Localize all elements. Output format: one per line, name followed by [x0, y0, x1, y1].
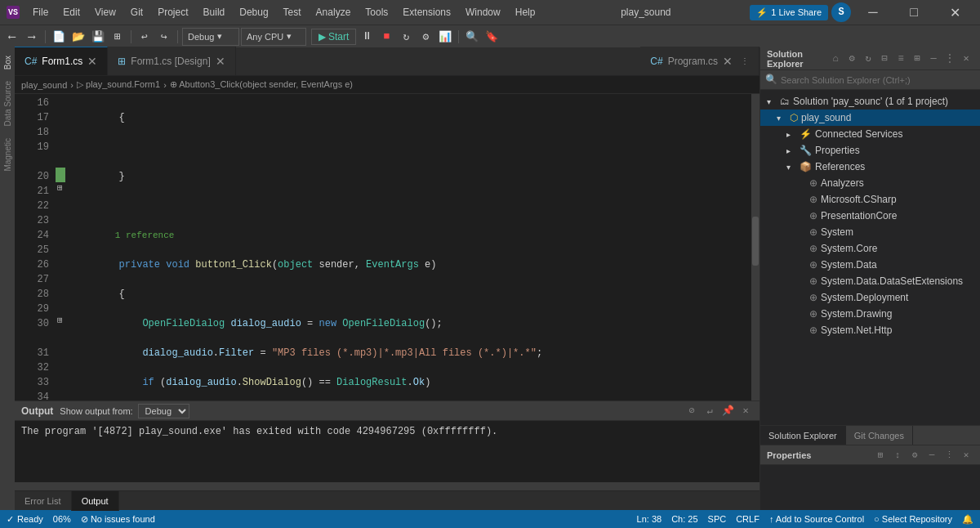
tree-item-system-data-ext[interactable]: ⊕ System.Data.DataSetExtensions — [760, 273, 980, 289]
tree-item-connected-services[interactable]: ▸ ⚡ Connected Services — [760, 126, 980, 142]
se-tab-solution-explorer[interactable]: Solution Explorer — [760, 426, 846, 445]
toolbar-open[interactable]: 📂 — [69, 28, 87, 46]
tree-item-solution[interactable]: ▾ 🗂 Solution 'pay_sounc' (1 of 1 project… — [760, 93, 980, 110]
status-ready[interactable]: ✓ Ready — [7, 514, 43, 525]
breadcrumb-method[interactable]: ⊕ Abutton3_Click(object sender, EventArg… — [170, 79, 353, 90]
status-add-source[interactable]: ↑ Add to Source Control — [769, 514, 864, 524]
breadcrumb-class[interactable]: ▷ play_sound.Form1 — [77, 79, 160, 90]
debug-config-dropdown[interactable]: Debug ▾ — [182, 28, 239, 46]
tab-form1-design-close[interactable]: ✕ — [216, 56, 225, 67]
tab-program-cs-menu[interactable]: ⋮ — [741, 56, 749, 65]
tree-item-system-deployment[interactable]: ⊕ System.Deployment — [760, 289, 980, 306]
toolbar-pause[interactable]: ⏸ — [358, 28, 376, 46]
cpu-dropdown[interactable]: Any CPU ▾ — [241, 28, 306, 46]
close-button[interactable]: ✕ — [936, 0, 973, 25]
menu-analyze[interactable]: Analyze — [310, 3, 358, 21]
tree-item-presentationcore[interactable]: ⊕ PresentationCore — [760, 208, 980, 224]
toolbar-attach[interactable]: ⚙ — [416, 28, 434, 46]
start-button[interactable]: ▶ Start — [311, 29, 356, 45]
menu-extensions[interactable]: Extensions — [396, 3, 457, 21]
menu-build[interactable]: Build — [197, 3, 232, 21]
toolbar-forward[interactable]: ⟶ — [23, 28, 41, 46]
status-spc[interactable]: SPC — [708, 514, 727, 524]
tree-item-project[interactable]: ▾ ⬡ play_sound — [760, 110, 980, 126]
toolbar-back[interactable]: ⟵ — [3, 28, 21, 46]
menu-view[interactable]: View — [88, 3, 122, 21]
tab-program-cs-close[interactable]: ✕ — [723, 56, 733, 67]
tree-item-system-data[interactable]: ⊕ System.Data — [760, 257, 980, 273]
tab-form1-design[interactable]: ⊞ Form1.cs [Design] ✕ — [108, 47, 235, 75]
se-home-btn[interactable]: ⌂ — [828, 51, 843, 66]
menu-edit[interactable]: Edit — [56, 3, 87, 21]
status-ch[interactable]: Ch: 25 — [671, 514, 697, 524]
status-zoom[interactable]: 06% — [53, 514, 71, 524]
live-share-button[interactable]: ⚡ 1 Live Share — [750, 5, 828, 20]
menu-git[interactable]: Git — [124, 3, 149, 21]
output-close-btn[interactable]: ✕ — [738, 404, 753, 418]
tree-item-system-drawing[interactable]: ⊕ System.Drawing — [760, 306, 980, 322]
menu-test[interactable]: Test — [277, 3, 308, 21]
prop-close-btn[interactable]: ✕ — [959, 448, 973, 463]
menu-project[interactable]: Project — [151, 3, 194, 21]
toolbar-bookmark[interactable]: 🔖 — [483, 28, 501, 46]
toolbar-save-all[interactable]: ⊞ — [109, 28, 127, 46]
se-settings-btn[interactable]: ⚙ — [844, 51, 859, 66]
tab-form1-cs-close[interactable]: ✕ — [87, 56, 97, 67]
prop-settings-btn[interactable]: ⚙ — [907, 448, 922, 463]
scrollbar-thumb[interactable] — [752, 217, 759, 266]
prop-alpha-btn[interactable]: ↕ — [890, 448, 905, 463]
toolbar-search-code[interactable]: 🔍 — [463, 28, 481, 46]
menu-debug[interactable]: Debug — [233, 3, 274, 21]
tab-error-list[interactable]: Error List — [15, 491, 72, 511]
menu-window[interactable]: Window — [459, 3, 507, 21]
menu-tools[interactable]: Tools — [359, 3, 394, 21]
se-pin-btn[interactable]: ─ — [926, 51, 941, 66]
panel-label-magnetic[interactable]: Magnetic — [2, 133, 14, 177]
se-refresh-btn[interactable]: ↻ — [861, 51, 875, 66]
tree-item-system-core[interactable]: ⊕ System.Core — [760, 240, 980, 257]
vertical-scrollbar[interactable] — [751, 94, 760, 400]
toolbar-restart[interactable]: ↻ — [397, 28, 415, 46]
tab-form1-cs[interactable]: C# Form1.cs ✕ — [15, 47, 108, 75]
output-word-wrap-btn[interactable]: ↵ — [702, 404, 717, 418]
toolbar-redo[interactable]: ↪ — [155, 28, 173, 46]
maximize-button[interactable]: □ — [895, 0, 933, 25]
user-avatar[interactable]: S — [831, 2, 851, 22]
tree-item-system-net-http[interactable]: ⊕ System.Net.Http — [760, 322, 980, 338]
panel-label-datasource[interactable]: Data Source — [2, 76, 14, 132]
status-no-issues[interactable]: ⊘ No issues found — [81, 514, 155, 525]
status-ln[interactable]: Ln: 38 — [637, 514, 662, 524]
status-notifications[interactable]: 🔔 — [962, 514, 973, 525]
breadcrumb-namespace[interactable]: play_sound — [21, 80, 67, 90]
minimize-button[interactable]: ─ — [854, 0, 892, 25]
tree-item-system[interactable]: ⊕ System — [760, 224, 980, 240]
toolbar-undo[interactable]: ↩ — [136, 28, 154, 46]
output-source-select[interactable]: Debug — [138, 404, 189, 418]
toolbar-stop[interactable]: ■ — [377, 28, 395, 46]
tab-output[interactable]: Output — [72, 491, 119, 511]
prop-pin-btn[interactable]: ─ — [924, 448, 939, 463]
se-collapse-btn[interactable]: ⊟ — [877, 51, 892, 66]
se-more-btn[interactable]: ⋮ — [942, 51, 957, 66]
output-horizontal-scrollbar[interactable] — [15, 482, 760, 490]
tree-item-properties[interactable]: ▸ 🔧 Properties — [760, 142, 980, 159]
output-clear-btn[interactable]: ⊘ — [684, 404, 699, 418]
status-crlf[interactable]: CRLF — [736, 514, 760, 524]
se-filter-btn[interactable]: ≡ — [893, 51, 908, 66]
menu-help[interactable]: Help — [509, 3, 542, 21]
tree-item-analyzers[interactable]: ⊕ Analyzers — [760, 175, 980, 191]
menu-file[interactable]: File — [26, 3, 55, 21]
se-expand-btn[interactable]: ⊞ — [910, 51, 924, 66]
toolbar-perf[interactable]: 📊 — [436, 28, 454, 46]
se-search-input[interactable] — [781, 75, 975, 85]
se-tab-git-changes[interactable]: Git Changes — [846, 426, 913, 445]
output-pin-btn[interactable]: 📌 — [720, 404, 735, 418]
prop-categorized-btn[interactable]: ⊞ — [873, 448, 888, 463]
tree-item-references[interactable]: ▾ 📦 References — [760, 159, 980, 175]
prop-more-btn[interactable]: ⋮ — [942, 448, 956, 463]
se-close-btn[interactable]: ✕ — [959, 51, 973, 66]
status-select-repo[interactable]: ○ Select Repository — [874, 514, 952, 524]
code-content[interactable]: { } 1 reference private void button1_Cli… — [65, 94, 751, 400]
tab-program-cs[interactable]: C# Program.cs ✕ ⋮ — [640, 47, 760, 75]
tree-item-microsoft-csharp[interactable]: ⊕ Microsoft.CSharp — [760, 191, 980, 208]
